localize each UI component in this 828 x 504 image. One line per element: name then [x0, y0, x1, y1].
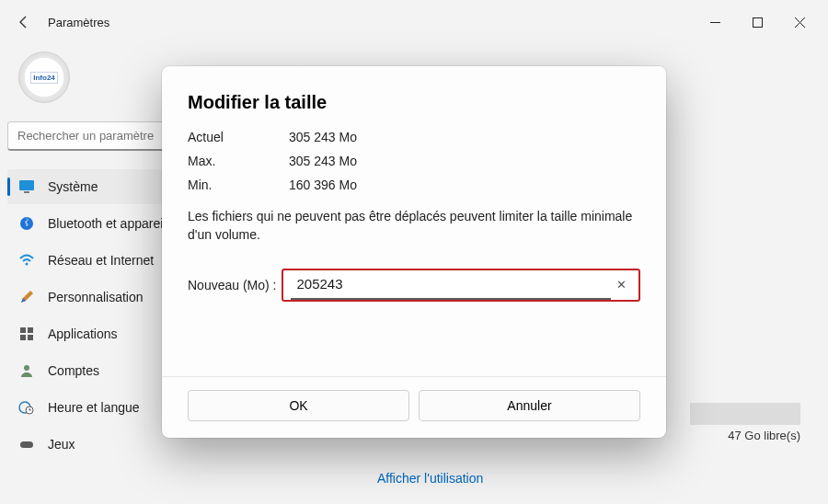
max-value: 305 243 Mo — [289, 154, 357, 168]
nav-label: Personnalisation — [48, 290, 144, 304]
titlebar: Paramètres — [0, 0, 828, 44]
nav-label: Système — [48, 179, 98, 194]
row-max: Max. 305 243 Mo — [188, 154, 640, 168]
nav-label: Comptes — [48, 363, 99, 378]
user-avatar[interactable]: Info24 — [18, 52, 70, 103]
clear-input-icon[interactable]: ✕ — [611, 278, 631, 292]
new-size-input[interactable] — [296, 276, 605, 292]
minimize-button[interactable] — [694, 7, 736, 37]
globe-clock-icon — [18, 399, 35, 416]
svg-point-9 — [24, 365, 29, 371]
back-button[interactable] — [7, 6, 40, 39]
resize-dialog: Modifier la taille Actuel 305 243 Mo Max… — [162, 66, 666, 438]
row-current: Actuel 305 243 Mo — [188, 130, 640, 144]
svg-rect-0 — [753, 17, 762, 27]
nav-label: Heure et langue — [48, 400, 140, 415]
max-label: Max. — [188, 154, 289, 168]
new-size-label: Nouveau (Mo) : — [188, 278, 276, 292]
dialog-separator — [162, 376, 666, 377]
new-size-input-wrapper[interactable]: ✕ — [282, 269, 640, 302]
person-icon — [18, 362, 35, 379]
dialog-note: Les fichiers qui ne peuvent pas être dép… — [188, 207, 640, 245]
nav-label: Réseau et Internet — [48, 253, 154, 268]
cancel-button[interactable]: Annuler — [419, 390, 640, 421]
monitor-icon — [18, 178, 35, 195]
window-title: Paramètres — [48, 16, 109, 29]
close-button[interactable] — [778, 7, 821, 37]
window-controls — [694, 7, 821, 37]
dialog-title: Modifier la taille — [188, 92, 640, 113]
row-min: Min. 160 396 Mo — [188, 178, 640, 192]
current-label: Actuel — [188, 130, 289, 144]
svg-rect-5 — [20, 327, 26, 333]
bluetooth-icon — [18, 215, 35, 232]
nav-label: Applications — [48, 326, 118, 341]
min-label: Min. — [188, 178, 289, 192]
dialog-button-row: OK Annuler — [188, 390, 640, 421]
min-value: 160 396 Mo — [289, 178, 357, 192]
disk-free-label: 47 Go libre(s) — [728, 429, 800, 442]
show-usage-link[interactable]: Afficher l'utilisation — [377, 471, 483, 486]
wifi-icon — [18, 252, 35, 269]
new-size-row: Nouveau (Mo) : ✕ — [188, 269, 640, 302]
paintbrush-icon — [18, 289, 35, 305]
nav-label: Jeux — [48, 437, 75, 452]
gamepad-icon — [18, 436, 35, 452]
svg-rect-2 — [24, 191, 29, 193]
nav-label: Bluetooth et appareils — [48, 216, 172, 231]
ok-button[interactable]: OK — [188, 390, 409, 421]
svg-rect-7 — [20, 335, 26, 340]
svg-rect-8 — [28, 335, 33, 340]
svg-rect-6 — [28, 327, 33, 333]
svg-point-4 — [26, 263, 29, 266]
svg-rect-12 — [20, 441, 33, 448]
svg-rect-1 — [19, 180, 34, 190]
disk-usage-bar — [690, 403, 800, 425]
maximize-button[interactable] — [736, 7, 778, 37]
apps-icon — [18, 326, 35, 342]
current-value: 305 243 Mo — [289, 130, 357, 144]
